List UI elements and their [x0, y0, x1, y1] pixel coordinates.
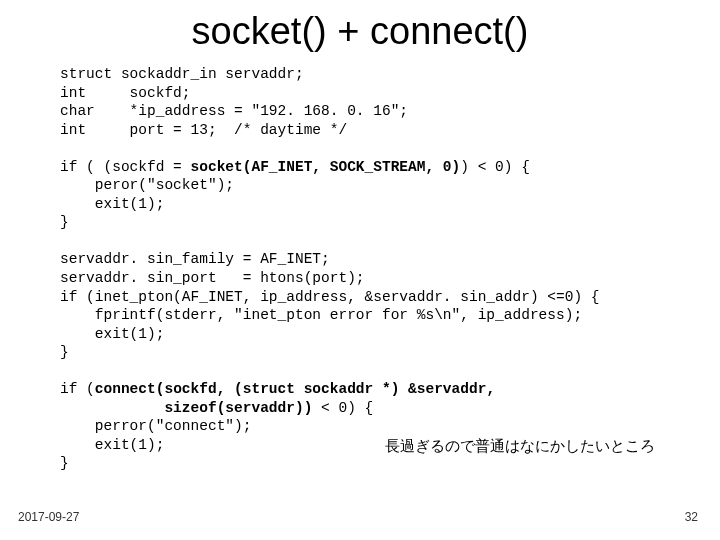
code-line: int sockfd; [60, 85, 191, 101]
code-line: servaddr. sin_family = AF_INET; [60, 251, 330, 267]
code-block: struct sockaddr_in servaddr; int sockfd;… [60, 65, 660, 473]
annotation-text: 長過ぎるので普通はなにかしたいところ [385, 437, 655, 456]
code-line: exit(1); [60, 437, 164, 453]
code-line: int port = 13; /* daytime */ [60, 122, 347, 138]
code-line: < 0) { [312, 400, 373, 416]
code-line: perror("connect"); [60, 418, 251, 434]
code-line: exit(1); [60, 196, 164, 212]
code-line: } [60, 344, 69, 360]
code-bold: connect(sockfd, (struct sockaddr *) &ser… [95, 381, 495, 397]
code-line: struct sockaddr_in servaddr; [60, 66, 304, 82]
code-bold: sizeof(servaddr)) [60, 400, 312, 416]
code-line: } [60, 214, 69, 230]
code-line: fprintf(stderr, "inet_pton error for %s\… [60, 307, 582, 323]
code-line: ) < 0) { [460, 159, 530, 175]
code-line: if ( (sockfd = [60, 159, 191, 175]
code-line: char *ip_address = "192. 168. 0. 16"; [60, 103, 408, 119]
page-number: 32 [685, 510, 698, 524]
code-line: exit(1); [60, 326, 164, 342]
code-line: peror("socket"); [60, 177, 234, 193]
code-line: if ( [60, 381, 95, 397]
code-line: servaddr. sin_port = htons(port); [60, 270, 365, 286]
code-line: } [60, 455, 69, 471]
slide: socket() + connect() struct sockaddr_in … [0, 0, 720, 540]
slide-date: 2017-09-27 [18, 510, 79, 524]
code-bold: socket(AF_INET, SOCK_STREAM, 0) [191, 159, 461, 175]
code-line: if (inet_pton(AF_INET, ip_address, &serv… [60, 289, 600, 305]
slide-title: socket() + connect() [60, 10, 660, 53]
